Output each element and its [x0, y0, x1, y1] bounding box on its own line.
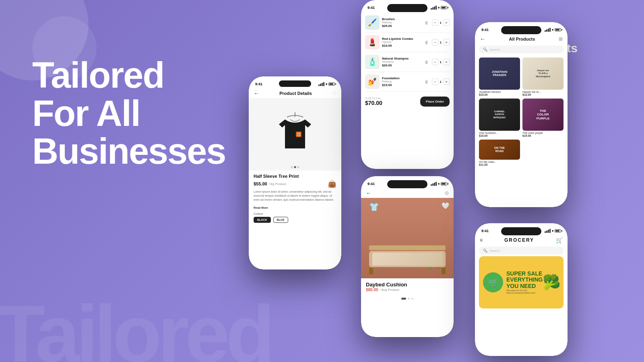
- qty-minus-3[interactable]: −: [432, 59, 438, 65]
- cart-item-2: 💄 Red Lipstick Combo Lipstick $10.00 🗑 −…: [365, 33, 450, 52]
- back-button-1[interactable]: ←: [254, 90, 259, 97]
- status-icons-3: ▾: [431, 182, 447, 186]
- wifi-icon-4: ▾: [552, 28, 553, 32]
- product-details-title: Product Details: [279, 91, 312, 96]
- product-bag-icon: 👜: [328, 179, 336, 188]
- books-search-icon: 🔍: [483, 47, 487, 51]
- qty-minus-4[interactable]: −: [432, 78, 438, 85]
- phone-furniture: 9:41 ▾ ← ⊙ 🌿: [361, 176, 454, 337]
- qty-minus-2[interactable]: −: [432, 39, 438, 45]
- furniture-price: $80.00: [366, 288, 378, 292]
- battery-icon-5: [555, 229, 561, 232]
- grocery-search-placeholder: Search...: [489, 249, 502, 253]
- product-info: Half Sleeve Tree Print $55.00 / By Produ…: [249, 171, 341, 226]
- qty-plus-2[interactable]: +: [443, 39, 450, 45]
- qty-plus-1[interactable]: +: [443, 19, 450, 26]
- battery-icon-1: [328, 82, 335, 86]
- qty-minus-1[interactable]: −: [432, 19, 438, 26]
- product-price: $55.00: [254, 181, 267, 186]
- colour-black-btn[interactable]: BLACK: [254, 217, 271, 223]
- status-icons-1: ▾: [318, 82, 335, 86]
- cart-content: 🖌️ Brushes Makeup $25.00 🗑 − 1 + 💄 Red L…: [361, 11, 454, 169]
- book-item-1[interactable]: JONATHANFRANZEN Jonathan franzen $15.00: [479, 58, 520, 96]
- battery-icon-3: [441, 182, 447, 185]
- qty-plus-4[interactable]: +: [443, 78, 450, 85]
- cart-delete-2[interactable]: 🗑: [425, 40, 429, 45]
- grocery-cart-icon[interactable]: 🛒: [556, 237, 563, 243]
- book-price-4: $15.00: [522, 134, 564, 137]
- cart-item-cat-2: Lipstick: [382, 41, 422, 43]
- book-cover-2: Harper leeTo Kill aMockingbird: [522, 58, 564, 90]
- furniture-dots: [361, 295, 454, 302]
- phone-notch-1: [279, 80, 311, 87]
- colour-blue-btn[interactable]: BLUE: [273, 217, 288, 223]
- book-item-5[interactable]: ON THEROAD On the road... $11.00: [479, 140, 520, 166]
- cart-qty-3: − 1 +: [432, 59, 450, 65]
- book-item-2[interactable]: Harper leeTo Kill aMockingbird Harper le…: [522, 58, 564, 96]
- product-price-row: $55.00 / By Product 👜: [254, 179, 336, 188]
- books-search-placeholder: Search...: [489, 48, 502, 51]
- furniture-wishlist-heart[interactable]: 🤍: [442, 202, 450, 210]
- book-title-3: One hundred...: [479, 132, 520, 134]
- cart-delete-1[interactable]: 🗑: [425, 21, 429, 25]
- read-more-link[interactable]: Read More: [254, 206, 268, 209]
- colour-options: BLACK BLUE: [254, 217, 336, 223]
- status-time-2: 9:41: [367, 6, 375, 10]
- grocery-search-bar[interactable]: 🔍 Search...: [479, 247, 564, 255]
- book-cover-3: GABRIELGARCÍAMÁRQUEZ: [479, 99, 520, 131]
- cart-qty-1: − 1 +: [432, 19, 450, 26]
- qty-num-1: 1: [440, 21, 442, 25]
- book-item-4[interactable]: THECOLORPURPLE The color purple $15.00: [522, 99, 564, 137]
- grocery-menu-icon[interactable]: ≡: [480, 237, 483, 243]
- wishlist-heart-1[interactable]: ♡: [332, 90, 336, 96]
- cart-item-price-2: $10.00: [382, 44, 422, 47]
- phone-notch-5: [501, 227, 541, 235]
- books-title: All Products: [509, 37, 535, 41]
- place-order-button[interactable]: Place Order: [420, 97, 450, 107]
- back-button-3[interactable]: ←: [366, 190, 372, 196]
- book-title-2: Harper lee to...: [522, 90, 564, 93]
- share-button-3[interactable]: ⊙: [445, 190, 449, 196]
- phone-notch-3: [387, 180, 427, 188]
- cart-delete-4[interactable]: 🗑: [425, 80, 429, 84]
- qty-num-2: 1: [440, 41, 442, 44]
- qty-plus-3[interactable]: +: [443, 59, 450, 65]
- phone-product-details: 9:41 ▾ ← Product Details ♡: [249, 76, 341, 269]
- cart-item-img-2: 💄: [365, 35, 380, 49]
- cart-item-img-1: 🖌️: [365, 15, 380, 30]
- books-search-bar[interactable]: 🔍 Search...: [479, 45, 564, 53]
- shirt-yellow: 👕: [369, 202, 379, 212]
- cart-item-img-4: 💅: [365, 74, 380, 89]
- grocery-banner: 🛒 SUPER SALE EVERYTHING YOU NEED We open…: [479, 256, 564, 309]
- dot-1: [291, 166, 293, 168]
- cart-item-3: 🧴 Natural Shampoo Shampoo $20.00 🗑 − 1 +: [365, 52, 450, 72]
- book-item-3[interactable]: GABRIELGARCÍAMÁRQUEZ One hundred... $10.…: [479, 99, 520, 137]
- cart-qty-2: − 1 +: [432, 39, 450, 45]
- cart-item-price-1: $25.00: [382, 24, 422, 28]
- back-button-4[interactable]: ←: [480, 36, 485, 42]
- phone-grocery: 9:41 ▾ ≡ GROCERY 🛒 🔍 Search... 🛒: [475, 223, 568, 356]
- book-price-1: $15.00: [479, 93, 520, 96]
- cart-delete-3[interactable]: 🗑: [425, 60, 429, 64]
- wifi-icon-1: ▾: [326, 82, 327, 86]
- book-cover-5: ON THEROAD: [479, 140, 520, 160]
- product-name: Half Sleeve Tree Print: [254, 174, 336, 179]
- phone-notch-4: [501, 26, 541, 34]
- furniture-buy-label: / Buy Product: [380, 288, 399, 292]
- dot-2-active: [294, 166, 296, 168]
- watermark-text: Tailored: [0, 294, 271, 362]
- phone-cart-screen: 9:41 ▾ 🖌️ Brushes Makeup $25.00: [361, 0, 454, 169]
- book-price-2: $12.00: [522, 93, 564, 96]
- phone-notch-2: [387, 4, 427, 12]
- cart-item-cat-4: Makeup: [382, 80, 422, 83]
- book-price-3: $10.00: [479, 134, 520, 137]
- status-time-4: 9:41: [481, 28, 489, 32]
- furniture-name: Daybed Cushion: [366, 282, 449, 288]
- status-time-5: 9:41: [481, 229, 489, 233]
- furniture-info: Daybed Cushion $80.00 / Buy Product: [361, 278, 454, 295]
- furn-dot-2: [408, 298, 410, 300]
- cart-footer: SUBTOTAL $70.00 Place Order: [365, 93, 450, 108]
- grocery-vegetables-decoration: 🥦: [537, 256, 564, 309]
- filter-icon[interactable]: ⊞: [559, 36, 563, 42]
- cart-item-info-1: Brushes Makeup $25.00: [382, 17, 422, 28]
